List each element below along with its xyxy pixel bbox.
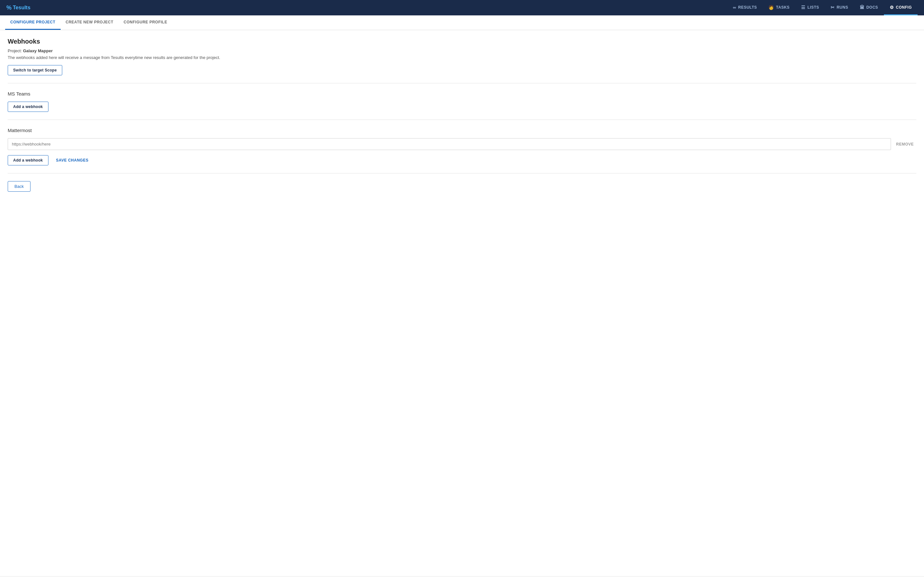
nav-tasks-label: TASKS [776,5,790,10]
nav-config-label: CONFIG [896,5,912,10]
tabs-bar: CONFIGURE PROJECT CREATE NEW PROJECT CON… [0,15,924,30]
nav-lists[interactable]: ☰ LISTS [795,0,825,15]
project-name: Galaxy Mapper [23,48,53,53]
nav-results-label: RESULTS [738,5,757,10]
nav-runs-label: RUNS [837,5,848,10]
page-title: Webhooks [8,38,916,45]
lists-icon: ☰ [801,5,806,10]
nav-config[interactable]: ⚙ CONFIG [884,0,918,15]
brand-name: Tesults [13,5,31,11]
nav-docs[interactable]: 🏛 DOCS [854,0,884,15]
mattermost-remove-button[interactable]: REMOVE [893,142,916,147]
divider-2 [8,119,916,120]
switch-scope-button[interactable]: Switch to target Scope [8,65,62,75]
tab-create-new-project[interactable]: CREATE NEW PROJECT [61,15,119,30]
project-label: Project: Galaxy Mapper [8,48,916,53]
ms-teams-add-webhook-button[interactable]: Add a webhook [8,102,48,112]
nav-tasks[interactable]: 🧑 TASKS [762,0,795,15]
brand-icon: % [6,5,11,11]
mattermost-actions: Add a webhook SAVE CHANGES [8,155,916,165]
mattermost-add-webhook-button[interactable]: Add a webhook [8,155,48,165]
main-content: Webhooks Project: Galaxy Mapper The webh… [0,30,924,576]
webhook-row: REMOVE [8,138,916,150]
results-icon: ∞ [733,5,736,10]
tab-configure-profile[interactable]: CONFIGURE PROFILE [118,15,172,30]
nav-lists-label: LISTS [808,5,819,10]
brand[interactable]: % Tesults [6,5,31,11]
mattermost-title: Mattermost [8,127,916,133]
docs-icon: 🏛 [860,5,865,10]
save-changes-button[interactable]: SAVE CHANGES [55,155,90,165]
navbar: % Tesults ∞ RESULTS 🧑 TASKS ☰ LISTS ✂ RU… [0,0,924,15]
nav-links: ∞ RESULTS 🧑 TASKS ☰ LISTS ✂ RUNS 🏛 DOCS … [727,0,918,15]
nav-results[interactable]: ∞ RESULTS [727,0,762,15]
nav-docs-label: DOCS [866,5,878,10]
tab-configure-project[interactable]: CONFIGURE PROJECT [5,15,61,30]
config-icon: ⚙ [890,5,894,10]
ms-teams-title: MS Teams [8,91,916,97]
back-button[interactable]: Back [8,181,31,192]
description: The webhooks added here will receive a m… [8,55,916,60]
tasks-icon: 🧑 [768,5,774,10]
nav-runs[interactable]: ✂ RUNS [825,0,854,15]
runs-icon: ✂ [830,5,835,10]
mattermost-webhook-input[interactable] [8,138,891,150]
